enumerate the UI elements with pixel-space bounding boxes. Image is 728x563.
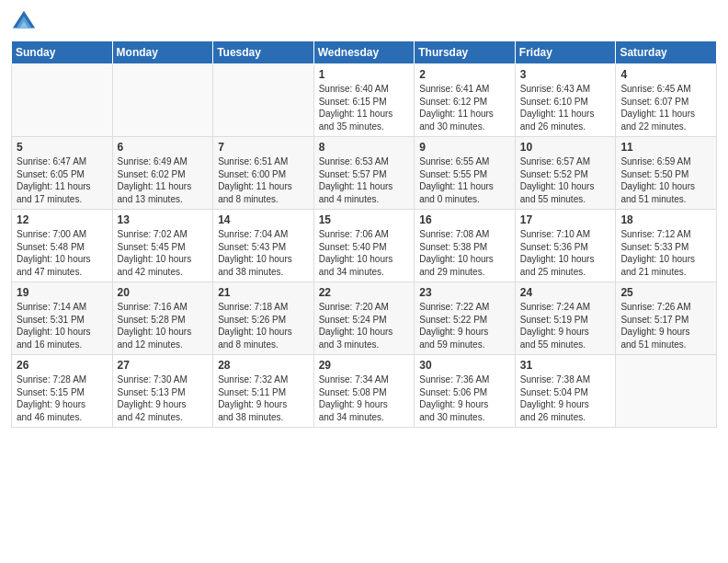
day-info: Sunrise: 7:16 AM Sunset: 5:28 PM Dayligh…	[118, 301, 209, 350]
calendar-cell: 20Sunrise: 7:16 AM Sunset: 5:28 PM Dayli…	[112, 282, 213, 355]
calendar-week-3: 12Sunrise: 7:00 AM Sunset: 5:48 PM Dayli…	[12, 210, 717, 282]
calendar-cell: 31Sunrise: 7:38 AM Sunset: 5:04 PM Dayli…	[515, 355, 616, 428]
day-info: Sunrise: 7:12 AM Sunset: 5:33 PM Dayligh…	[620, 228, 711, 278]
day-info: Sunrise: 6:53 AM Sunset: 5:57 PM Dayligh…	[319, 155, 410, 205]
day-info: Sunrise: 7:20 AM Sunset: 5:24 PM Dayligh…	[319, 301, 410, 350]
day-number: 10	[520, 141, 611, 154]
calendar-cell: 29Sunrise: 7:34 AM Sunset: 5:08 PM Dayli…	[313, 355, 415, 428]
calendar-cell	[12, 64, 113, 137]
day-info: Sunrise: 7:26 AM Sunset: 5:17 PM Dayligh…	[620, 301, 711, 350]
header	[11, 9, 717, 35]
calendar-cell: 2Sunrise: 6:41 AM Sunset: 6:12 PM Daylig…	[415, 64, 516, 137]
calendar-cell: 9Sunrise: 6:55 AM Sunset: 5:55 PM Daylig…	[415, 137, 516, 210]
day-header-friday: Friday	[515, 41, 616, 64]
day-info: Sunrise: 7:28 AM Sunset: 5:15 PM Dayligh…	[17, 373, 108, 423]
day-info: Sunrise: 7:24 AM Sunset: 5:19 PM Dayligh…	[520, 301, 611, 350]
calendar-week-2: 5Sunrise: 6:47 AM Sunset: 6:05 PM Daylig…	[12, 137, 717, 210]
day-number: 9	[419, 141, 510, 154]
calendar-cell: 26Sunrise: 7:28 AM Sunset: 5:15 PM Dayli…	[12, 355, 113, 428]
calendar-cell: 1Sunrise: 6:40 AM Sunset: 6:15 PM Daylig…	[313, 64, 415, 137]
day-info: Sunrise: 7:06 AM Sunset: 5:40 PM Dayligh…	[319, 228, 410, 278]
day-number: 22	[319, 286, 410, 299]
calendar-cell: 8Sunrise: 6:53 AM Sunset: 5:57 PM Daylig…	[313, 137, 415, 210]
calendar-table: SundayMondayTuesdayWednesdayThursdayFrid…	[11, 40, 717, 428]
day-number: 8	[319, 141, 410, 154]
day-number: 3	[520, 68, 611, 81]
day-info: Sunrise: 7:30 AM Sunset: 5:13 PM Dayligh…	[118, 373, 209, 423]
day-number: 5	[17, 141, 108, 154]
day-info: Sunrise: 7:36 AM Sunset: 5:06 PM Dayligh…	[419, 373, 510, 423]
calendar-cell: 16Sunrise: 7:08 AM Sunset: 5:38 PM Dayli…	[415, 210, 516, 282]
calendar-cell: 5Sunrise: 6:47 AM Sunset: 6:05 PM Daylig…	[12, 137, 113, 210]
day-number: 30	[419, 359, 510, 372]
day-info: Sunrise: 7:34 AM Sunset: 5:08 PM Dayligh…	[319, 373, 410, 423]
day-number: 7	[218, 141, 309, 154]
day-number: 6	[118, 141, 209, 154]
day-number: 15	[319, 213, 410, 226]
calendar-cell	[616, 355, 717, 428]
day-info: Sunrise: 6:45 AM Sunset: 6:07 PM Dayligh…	[620, 83, 711, 132]
calendar-cell: 11Sunrise: 6:59 AM Sunset: 5:50 PM Dayli…	[616, 137, 717, 210]
calendar-cell: 12Sunrise: 7:00 AM Sunset: 5:48 PM Dayli…	[12, 210, 113, 282]
day-number: 13	[118, 213, 209, 226]
calendar-cell: 3Sunrise: 6:43 AM Sunset: 6:10 PM Daylig…	[515, 64, 616, 137]
day-info: Sunrise: 7:08 AM Sunset: 5:38 PM Dayligh…	[419, 228, 510, 278]
calendar-cell: 17Sunrise: 7:10 AM Sunset: 5:36 PM Dayli…	[515, 210, 616, 282]
day-info: Sunrise: 7:02 AM Sunset: 5:45 PM Dayligh…	[118, 228, 209, 278]
day-info: Sunrise: 6:41 AM Sunset: 6:12 PM Dayligh…	[419, 83, 510, 132]
calendar-cell: 10Sunrise: 6:57 AM Sunset: 5:52 PM Dayli…	[515, 137, 616, 210]
page-container: SundayMondayTuesdayWednesdayThursdayFrid…	[0, 0, 728, 435]
calendar-cell: 6Sunrise: 6:49 AM Sunset: 6:02 PM Daylig…	[112, 137, 213, 210]
day-number: 19	[17, 286, 108, 299]
logo	[11, 9, 39, 35]
calendar-cell: 23Sunrise: 7:22 AM Sunset: 5:22 PM Dayli…	[415, 282, 516, 355]
calendar-cell: 14Sunrise: 7:04 AM Sunset: 5:43 PM Dayli…	[213, 210, 314, 282]
day-number: 20	[118, 286, 209, 299]
day-info: Sunrise: 7:38 AM Sunset: 5:04 PM Dayligh…	[520, 373, 611, 423]
day-header-sunday: Sunday	[12, 41, 113, 64]
calendar-cell: 27Sunrise: 7:30 AM Sunset: 5:13 PM Dayli…	[112, 355, 213, 428]
calendar-cell: 18Sunrise: 7:12 AM Sunset: 5:33 PM Dayli…	[616, 210, 717, 282]
day-info: Sunrise: 6:55 AM Sunset: 5:55 PM Dayligh…	[419, 155, 510, 205]
day-number: 29	[319, 359, 410, 372]
calendar-week-4: 19Sunrise: 7:14 AM Sunset: 5:31 PM Dayli…	[12, 282, 717, 355]
day-number: 16	[419, 213, 510, 226]
calendar-cell	[112, 64, 213, 137]
calendar-cell: 30Sunrise: 7:36 AM Sunset: 5:06 PM Dayli…	[415, 355, 516, 428]
day-number: 4	[620, 68, 711, 81]
days-header-row: SundayMondayTuesdayWednesdayThursdayFrid…	[12, 41, 717, 64]
day-info: Sunrise: 7:14 AM Sunset: 5:31 PM Dayligh…	[17, 301, 108, 350]
calendar-cell: 21Sunrise: 7:18 AM Sunset: 5:26 PM Dayli…	[213, 282, 314, 355]
calendar-cell: 7Sunrise: 6:51 AM Sunset: 6:00 PM Daylig…	[213, 137, 314, 210]
calendar-cell: 4Sunrise: 6:45 AM Sunset: 6:07 PM Daylig…	[616, 64, 717, 137]
day-info: Sunrise: 7:22 AM Sunset: 5:22 PM Dayligh…	[419, 301, 510, 350]
day-number: 21	[218, 286, 309, 299]
day-info: Sunrise: 6:59 AM Sunset: 5:50 PM Dayligh…	[620, 155, 711, 205]
day-number: 24	[520, 286, 611, 299]
logo-icon	[11, 9, 37, 35]
calendar-cell: 28Sunrise: 7:32 AM Sunset: 5:11 PM Dayli…	[213, 355, 314, 428]
calendar-cell: 25Sunrise: 7:26 AM Sunset: 5:17 PM Dayli…	[616, 282, 717, 355]
day-number: 26	[17, 359, 108, 372]
day-info: Sunrise: 6:49 AM Sunset: 6:02 PM Dayligh…	[118, 155, 209, 205]
day-info: Sunrise: 6:57 AM Sunset: 5:52 PM Dayligh…	[520, 155, 611, 205]
day-info: Sunrise: 6:51 AM Sunset: 6:00 PM Dayligh…	[218, 155, 309, 205]
calendar-week-1: 1Sunrise: 6:40 AM Sunset: 6:15 PM Daylig…	[12, 64, 717, 137]
day-number: 23	[419, 286, 510, 299]
day-info: Sunrise: 6:43 AM Sunset: 6:10 PM Dayligh…	[520, 83, 611, 132]
calendar-cell: 24Sunrise: 7:24 AM Sunset: 5:19 PM Dayli…	[515, 282, 616, 355]
day-header-tuesday: Tuesday	[213, 41, 314, 64]
calendar-cell: 15Sunrise: 7:06 AM Sunset: 5:40 PM Dayli…	[313, 210, 415, 282]
day-number: 12	[17, 213, 108, 226]
day-number: 2	[419, 68, 510, 81]
day-info: Sunrise: 7:00 AM Sunset: 5:48 PM Dayligh…	[17, 228, 108, 278]
calendar-cell: 13Sunrise: 7:02 AM Sunset: 5:45 PM Dayli…	[112, 210, 213, 282]
day-info: Sunrise: 6:47 AM Sunset: 6:05 PM Dayligh…	[17, 155, 108, 205]
day-info: Sunrise: 7:10 AM Sunset: 5:36 PM Dayligh…	[520, 228, 611, 278]
day-header-wednesday: Wednesday	[313, 41, 415, 64]
calendar-cell	[213, 64, 314, 137]
day-number: 14	[218, 213, 309, 226]
calendar-cell: 19Sunrise: 7:14 AM Sunset: 5:31 PM Dayli…	[12, 282, 113, 355]
day-number: 27	[118, 359, 209, 372]
day-number: 1	[319, 68, 410, 81]
